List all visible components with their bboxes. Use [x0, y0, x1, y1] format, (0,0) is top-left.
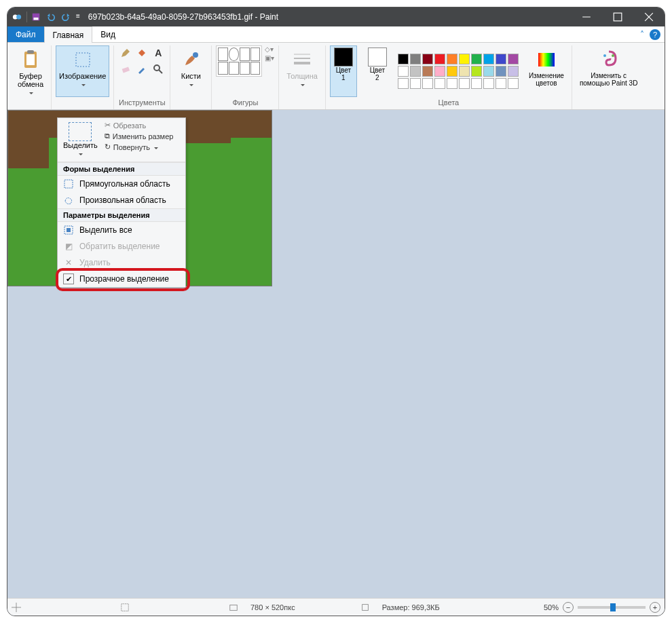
window-title: 697b023b-64a5-49a0-8059-27b963453fb1.gif… [88, 12, 571, 22]
image-dropdown: Выделить ✂Обрезать ⧉Изменить размер ↻Пов… [57, 117, 186, 288]
edit-colors-label: Изменение цветов [529, 72, 564, 87]
group-paint3d: Изменить с помощью Paint 3D [572, 45, 645, 109]
palette-swatch[interactable] [471, 54, 482, 64]
palette-swatch[interactable] [422, 54, 433, 64]
palette-swatch[interactable] [483, 54, 494, 64]
palette-swatch[interactable] [508, 54, 519, 64]
palette-swatch[interactable] [434, 66, 445, 77]
transparent-selection-item[interactable]: ✔ Прозрачное выделение [58, 271, 185, 287]
palette-swatch[interactable] [447, 66, 458, 77]
select-tool-button[interactable]: Выделить [60, 121, 100, 159]
delete-selection-item: ✕ Удалить [58, 254, 185, 271]
freeform-selection-item[interactable]: Произвольная область [58, 192, 185, 208]
eraser-icon[interactable] [118, 62, 133, 77]
palette-swatch[interactable] [410, 78, 421, 89]
crop-button[interactable]: ✂Обрезать [105, 121, 174, 130]
shape-fill-icon[interactable]: ▣▾ [265, 54, 274, 62]
palette-swatch[interactable] [496, 54, 506, 64]
palette-swatch[interactable] [483, 78, 494, 89]
invert-selection-item: ◩ Обратить выделение [58, 238, 185, 254]
quick-access: ≡ [27, 12, 84, 22]
paint3d-button[interactable]: Изменить с помощью Paint 3D [576, 45, 641, 97]
tab-file[interactable]: Файл [7, 26, 44, 42]
palette-swatch[interactable] [471, 78, 482, 89]
resize-button[interactable]: ⧉Изменить размер [105, 132, 174, 140]
palette-swatch[interactable] [434, 78, 445, 89]
tab-view[interactable]: Вид [92, 26, 124, 42]
invert-icon: ◩ [63, 241, 74, 252]
color1-button[interactable]: Цвет 1 [330, 45, 357, 97]
checkbox-checked-icon: ✔ [63, 273, 74, 284]
rotate-icon: ↻ [105, 143, 111, 151]
help-icon[interactable]: ? [650, 29, 660, 40]
picker-icon[interactable] [134, 62, 149, 77]
palette-swatch[interactable] [422, 66, 433, 77]
palette-swatch[interactable] [447, 54, 458, 64]
magnify-icon[interactable] [151, 62, 166, 77]
palette-swatch[interactable] [447, 78, 458, 89]
zoom-level: 50% [544, 603, 559, 611]
palette-swatch[interactable] [459, 66, 470, 77]
palette-swatch[interactable] [483, 66, 494, 77]
clipboard-button[interactable]: Буфер обмена [14, 45, 47, 97]
zoom-out-button[interactable]: − [563, 602, 574, 613]
titlebar: ≡ 697b023b-64a5-49a0-8059-27b963453fb1.g… [7, 7, 665, 26]
filesize: Размер: 969,3КБ [382, 603, 440, 611]
text-icon[interactable]: A [151, 45, 166, 60]
image-button[interactable]: Изображение [56, 45, 109, 97]
customize-icon[interactable]: ≡ [76, 12, 80, 22]
palette-swatch[interactable] [434, 54, 445, 64]
palette-swatch[interactable] [398, 66, 409, 77]
brushes-label: Кисти [181, 72, 201, 80]
app-icon [7, 12, 26, 22]
svg-rect-19 [538, 53, 555, 67]
brushes-button[interactable]: Кисти [174, 45, 207, 97]
zoom-slider[interactable] [578, 606, 646, 609]
palette-swatch[interactable] [508, 78, 519, 89]
paint-window: ≡ 697b023b-64a5-49a0-8059-27b963453fb1.g… [7, 7, 665, 616]
color2-button[interactable]: Цвет 2 [364, 45, 391, 97]
svg-rect-11 [76, 53, 90, 67]
close-button[interactable] [633, 7, 665, 26]
collapse-ribbon-icon[interactable]: ˄ [640, 30, 644, 39]
palette-swatch[interactable] [459, 54, 470, 64]
group-label-tools: Инструменты [119, 97, 166, 107]
palette-swatch[interactable] [398, 54, 409, 64]
palette-swatch[interactable] [471, 66, 482, 77]
pencil-icon[interactable] [118, 45, 133, 60]
select-all-icon [63, 225, 74, 235]
group-label-clipboard [30, 97, 32, 107]
palette-swatch[interactable] [496, 78, 506, 89]
zoom-in-button[interactable]: + [650, 602, 660, 613]
rect-selection-icon [63, 178, 74, 189]
palette-swatch[interactable] [410, 54, 421, 64]
undo-icon[interactable] [46, 12, 56, 22]
edit-colors-button[interactable]: Изменение цветов [525, 45, 567, 97]
rect-selection-item[interactable]: Прямоугольная область [58, 176, 185, 192]
palette-swatch[interactable] [496, 66, 506, 77]
color-palette[interactable] [398, 54, 519, 89]
redo-icon[interactable] [61, 12, 71, 22]
palette-swatch[interactable] [508, 66, 519, 77]
minimize-button[interactable] [571, 7, 602, 26]
ribbon-tabs: Файл Главная Вид ˄ ? [7, 26, 665, 43]
save-icon[interactable] [31, 12, 41, 22]
palette-swatch[interactable] [459, 78, 470, 89]
select-label: Выделить [63, 141, 98, 149]
svg-rect-29 [67, 228, 71, 232]
shapes-gallery[interactable] [216, 45, 262, 77]
selection-options-header: Параметры выделения [58, 208, 185, 222]
palette-swatch[interactable] [410, 66, 421, 77]
svg-point-13 [154, 65, 160, 71]
palette-swatch[interactable] [398, 78, 409, 89]
palette-swatch[interactable] [422, 78, 433, 89]
shape-outline-icon[interactable]: ◇▾ [265, 45, 274, 53]
maximize-button[interactable] [602, 7, 633, 26]
svg-point-21 [612, 54, 614, 57]
thickness-button[interactable]: Толщина [283, 45, 321, 97]
fill-icon[interactable] [134, 45, 149, 60]
svg-rect-25 [230, 605, 238, 610]
select-all-item[interactable]: Выделить все [58, 222, 185, 238]
tab-home[interactable]: Главная [44, 26, 93, 43]
rotate-button[interactable]: ↻Повернуть [105, 143, 174, 151]
